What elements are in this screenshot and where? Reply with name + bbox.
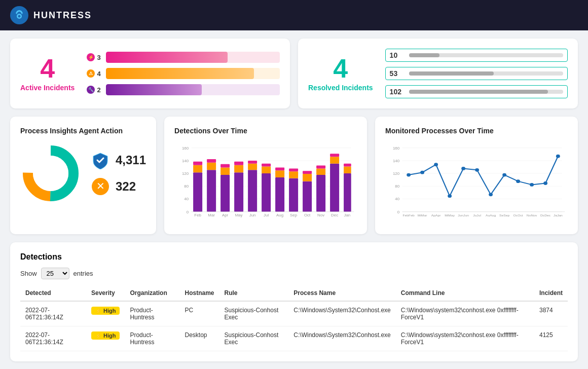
cell-severity: ⚡ High	[86, 301, 125, 326]
active-incidents-card: 4 Active Incidents ⚡ 3 ⚠ 4	[10, 39, 290, 108]
protected-count: 4,311	[116, 153, 146, 167]
svg-rect-41	[289, 178, 298, 212]
cell-hostname: Desktop	[179, 326, 219, 351]
svg-rect-53	[344, 173, 351, 212]
lightning-severity-icon: ⚡	[95, 333, 101, 339]
svg-rect-40	[275, 167, 284, 170]
svg-rect-28	[220, 164, 230, 168]
svg-rect-44	[303, 181, 312, 212]
svg-text:May: May	[235, 213, 243, 217]
svg-rect-20	[193, 172, 202, 212]
col-organization: Organization	[125, 285, 179, 301]
flagged-icon: ✕	[91, 177, 109, 196]
svg-text:Mar: Mar	[208, 213, 215, 217]
entries-select[interactable]: 25 50 100	[41, 268, 69, 279]
bar-row-critical: ⚡ 3	[87, 52, 280, 63]
detections-over-time-title: Detections Over Time	[174, 127, 357, 135]
svg-rect-55	[344, 164, 351, 167]
severity-badge[interactable]: ⚡ High	[91, 331, 120, 340]
svg-text:160: 160	[393, 146, 399, 150]
flagged-count: 322	[116, 179, 136, 194]
svg-rect-21	[193, 165, 202, 173]
svg-text:Oct: Oct	[304, 213, 310, 217]
resolved-incidents-bars: 10 53 102	[385, 49, 568, 98]
active-incidents-number: 4	[40, 55, 55, 82]
bar-row-warning: ⚠ 4	[87, 68, 280, 79]
svg-text:0: 0	[187, 210, 189, 214]
severity-badge[interactable]: ⚡ High	[91, 307, 120, 315]
svg-text:JunJun: JunJun	[458, 214, 469, 217]
process-insights-card: Process Insights Agent Action	[10, 117, 156, 234]
detections-table: Detected Severity Organization Hostname …	[20, 285, 568, 351]
svg-rect-33	[248, 164, 257, 170]
svg-point-90	[530, 183, 534, 187]
svg-text:140: 140	[182, 159, 189, 163]
svg-point-92	[556, 155, 560, 158]
detections-title: Detections	[20, 252, 568, 262]
svg-text:Jun: Jun	[249, 213, 256, 217]
lightning-severity-icon: ⚡	[95, 308, 101, 314]
resolved-incidents-number: 4	[333, 55, 348, 82]
tool-icon: 🔧	[87, 86, 95, 94]
svg-text:Apr: Apr	[222, 213, 229, 217]
col-severity: Severity	[86, 285, 125, 301]
shield-icon	[91, 151, 109, 169]
svg-rect-35	[262, 173, 271, 212]
cell-process-name: C:\Windows\System32\Conhost.exe	[288, 326, 395, 351]
svg-rect-39	[275, 170, 284, 177]
svg-rect-50	[330, 164, 339, 212]
active-incidents-bars: ⚡ 3 ⚠ 4	[87, 52, 280, 95]
entries-label: entries	[74, 270, 93, 277]
svg-text:0: 0	[397, 210, 399, 214]
monitored-processes-title: Monitored Processes Over Time	[385, 127, 568, 135]
svg-text:JaJan: JaJan	[554, 214, 563, 217]
table-row: 2022-07-06T21:36:14Z ⚡ High Product-Hunt…	[20, 301, 568, 326]
donut-chart	[20, 143, 81, 204]
svg-text:Sep: Sep	[290, 213, 297, 217]
svg-text:AuAug: AuAug	[486, 214, 496, 217]
svg-rect-54	[344, 167, 351, 174]
svg-text:120: 120	[182, 172, 189, 176]
svg-rect-25	[207, 159, 216, 163]
svg-text:80: 80	[184, 184, 189, 189]
svg-text:40: 40	[395, 197, 399, 201]
cell-incident: 4125	[534, 326, 568, 351]
svg-rect-52	[330, 154, 339, 157]
detections-card: Detections Show 25 50 100 entries Detect…	[10, 242, 578, 361]
svg-text:Dec: Dec	[331, 213, 338, 217]
cell-detected: 2022-07-06T21:36:14Z	[20, 326, 86, 351]
col-process-name: Process Name	[288, 285, 395, 301]
cell-process-name: C:\Windows\System32\Conhost.exe	[288, 301, 395, 326]
svg-point-81	[407, 173, 411, 177]
cell-detected: 2022-07-06T21:36:14Z	[20, 301, 86, 326]
svg-text:NoNov: NoNov	[527, 214, 538, 217]
incidents-row: 4 Active Incidents ⚡ 3 ⚠ 4	[10, 39, 578, 108]
svg-rect-24	[207, 163, 216, 170]
svg-rect-23	[207, 170, 216, 211]
svg-rect-34	[248, 161, 257, 164]
svg-text:140: 140	[393, 159, 399, 163]
col-rule: Rule	[219, 285, 289, 301]
cell-rule: Suspicious-Conhost Exec	[219, 301, 289, 326]
svg-rect-46	[303, 171, 312, 174]
svg-rect-36	[262, 167, 271, 174]
svg-rect-45	[303, 174, 312, 181]
svg-point-2	[18, 15, 21, 18]
active-incidents-count: 4 Active Incidents	[20, 55, 75, 92]
svg-text:Jul: Jul	[264, 213, 269, 217]
table-controls: Show 25 50 100 entries	[20, 268, 568, 279]
process-insights-title: Process Insights Agent Action	[20, 127, 146, 135]
svg-point-91	[543, 181, 547, 185]
svg-text:Nov: Nov	[317, 213, 324, 217]
cell-command-line: C:\Windows\system32\conhost.exe 0xffffff…	[396, 301, 534, 326]
cell-hostname: PC	[179, 301, 219, 326]
svg-text:80: 80	[395, 184, 399, 189]
resolved-incidents-card: 4 Resolved Incidents 10 53 102	[298, 39, 578, 108]
svg-text:MiMay: MiMay	[445, 214, 455, 217]
resolved-incidents-label: Resolved Incidents	[308, 84, 373, 92]
col-detected: Detected	[20, 285, 86, 301]
main-content: 4 Active Incidents ⚡ 3 ⚠ 4	[0, 30, 588, 369]
warning-icon: ⚠	[87, 69, 95, 78]
svg-rect-49	[316, 166, 325, 169]
cell-incident: 3874	[534, 301, 568, 326]
